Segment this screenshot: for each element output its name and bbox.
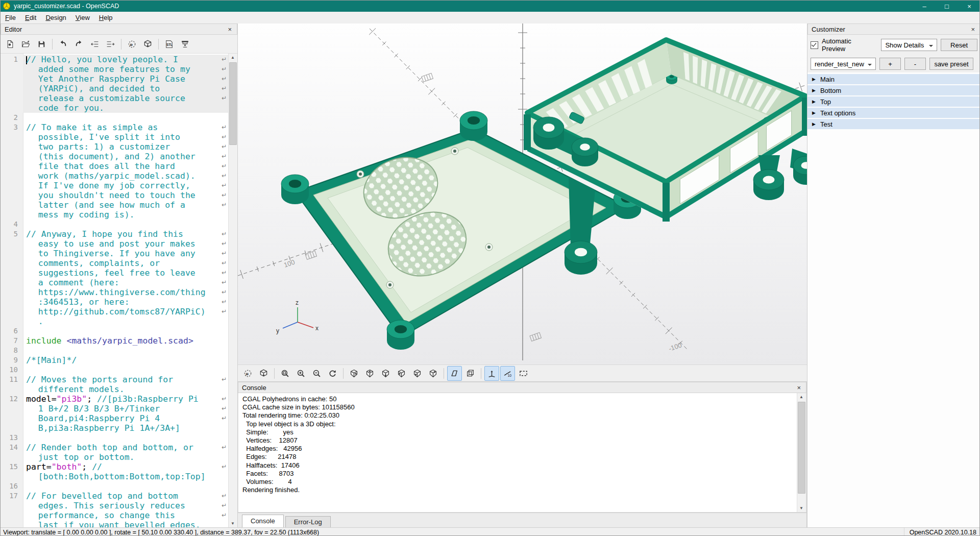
viewport-view-left-button[interactable] [394,366,409,381]
preset-select[interactable]: render_test_new [811,58,876,70]
viewport-show-scale-button[interactable]: 10 [500,366,515,381]
console-line-3: Total rendering time: 0:02:25.030 [242,411,797,420]
editor-save-button[interactable] [34,37,49,52]
viewport-view-right-button[interactable] [347,366,361,381]
editor-render-button[interactable] [140,37,155,52]
3d-scene[interactable]: 100 -100 [238,23,807,364]
menu-edit[interactable]: Edit [20,13,41,22]
console-line-1: CGAL Polyhedrons in cache: 50 [242,395,797,403]
customizer-section-text-options[interactable]: ▶Text options [807,108,980,118]
close-button[interactable]: × [958,1,980,12]
show-details-select[interactable]: Show Details [881,39,937,51]
line-wrap-icon: ↵ [220,181,228,190]
editor-undo-button[interactable] [56,37,70,52]
view-left-icon [397,369,406,378]
editor-scrollbar[interactable]: ▲ ▼ [228,54,237,527]
console-output[interactable]: CGAL Polyhedrons in cache: 50CGAL cache … [238,393,806,513]
console-close-icon[interactable]: × [795,384,802,392]
menu-help[interactable]: Help [94,13,117,22]
code-line-5-wrap1: easy to use and post your makes↵ [1,239,228,249]
editor-toolbar: »STL [1,35,237,54]
tab-error-log[interactable]: Error-Log [285,516,331,527]
editor-scrollbar-thumb[interactable] [229,62,237,145]
line-wrap-icon: ↵ [220,258,228,268]
code-line-5-wrap2: to Thingiverse. If you have any↵ [1,249,228,258]
console-line-12: Rendering finished. [242,486,797,494]
show-axes-icon [487,369,496,378]
menu-design[interactable]: Design [41,13,70,22]
editor-close-icon[interactable]: × [226,26,233,33]
console-scrollbar-thumb[interactable] [798,402,805,494]
scroll-down-icon[interactable]: ▼ [797,504,805,512]
reset-view-icon [328,369,337,378]
editor-file-new-button[interactable] [3,37,17,52]
code-line-5-wrap5: a comment (here:↵ [1,278,228,287]
menu-file[interactable]: File [1,13,20,22]
customizer-section-test[interactable]: ▶Test [807,119,980,129]
zoom-all-icon [281,369,289,378]
viewport-zoom-in-button[interactable] [293,366,308,381]
viewport-view-bottom-button[interactable] [378,366,393,381]
reset-button[interactable]: Reset [941,39,977,51]
viewport-orthogonal-button[interactable] [463,366,478,381]
editor-unindent-button[interactable] [87,37,102,52]
viewport-crosshair-rect-button[interactable] [516,366,531,381]
code-line-3-wrap1: possible, I've split it into↵ [1,132,228,142]
code-line-5-wrap3: comments, complaints, or↵ [1,258,228,268]
minimize-button[interactable]: – [913,1,936,12]
scroll-up-icon[interactable]: ▲ [797,393,805,401]
editor-open-button[interactable] [18,37,33,52]
code-line-9: 9/*[Main]*/ [1,355,228,365]
viewport-zoom-all-button[interactable] [278,366,292,381]
viewport-view-back-button[interactable] [426,366,440,381]
automatic-preview-checkbox[interactable] [811,41,818,49]
viewport-preview-button[interactable]: » [240,366,255,381]
viewport-view-front-button[interactable] [410,366,425,381]
menu-view[interactable]: View [71,13,94,22]
console-scrollbar[interactable]: ▲ ▼ [797,393,806,512]
viewport-zoom-out-button[interactable] [309,366,324,381]
open-icon [21,40,30,48]
console-panel: Console × CGAL Polyhedrons in cache: 50C… [238,382,807,527]
viewport-perspective-button[interactable] [447,366,462,381]
toolbar-separator [158,39,159,50]
add-preset-button[interactable]: + [879,58,901,70]
customizer-close-icon[interactable]: × [969,26,976,33]
scroll-up-icon[interactable]: ▲ [229,54,237,61]
viewport-show-axes-button[interactable] [484,366,499,381]
editor-redo-button[interactable] [71,37,86,52]
save-preset-button[interactable]: save preset [929,58,973,70]
customizer-section-top[interactable]: ▶Top [807,96,980,107]
editor-indent-button[interactable] [103,37,118,52]
customizer-section-main[interactable]: ▶Main [807,74,980,84]
viewport-reset-view-button[interactable] [325,366,340,381]
toolbar-separator [274,368,275,379]
3d-viewport[interactable]: 100 -100 [238,23,807,364]
line-wrap-icon: ↵ [220,375,228,384]
line-wrap-icon: ↵ [220,239,228,249]
line-wrap-icon: ↵ [220,142,228,152]
customizer-section-bottom[interactable]: ▶Bottom [807,85,980,95]
line-wrap-icon: ↵ [220,161,228,171]
line-wrap-icon: ↵ [220,394,228,404]
code-line-17-wrap3: last if you want bevelled edges. [1,520,228,527]
viewport-render-button[interactable] [256,366,271,381]
code-line-5-wrap9: . [1,316,228,326]
viewport-view-top-button[interactable] [362,366,377,381]
remove-preset-button[interactable]: - [904,58,926,70]
maximize-button[interactable]: □ [936,1,958,12]
editor-print-3d-button[interactable] [178,37,192,52]
scroll-down-icon[interactable]: ▼ [229,520,237,527]
tab-console[interactable]: Console [242,515,284,527]
editor-preview-button[interactable]: » [125,37,139,52]
axis-label-x: x [315,325,318,332]
editor-export-stl-button[interactable]: STL [162,37,177,52]
toolbar-separator [444,368,444,379]
line-wrap-icon: ↵ [220,74,228,84]
code-line-3-wrap2: two parts: 1) a customizer↵ [1,142,228,152]
file-new-icon [6,40,14,48]
code-line-11-wrap1: different models. [1,384,228,394]
line-wrap-icon: ↵ [220,123,228,132]
code-editor[interactable]: 1// Hello, you lovely people. I↵added so… [1,54,237,527]
title-bar[interactable]: yarpic_customizer.scad - OpenSCAD – □ × [1,1,980,12]
